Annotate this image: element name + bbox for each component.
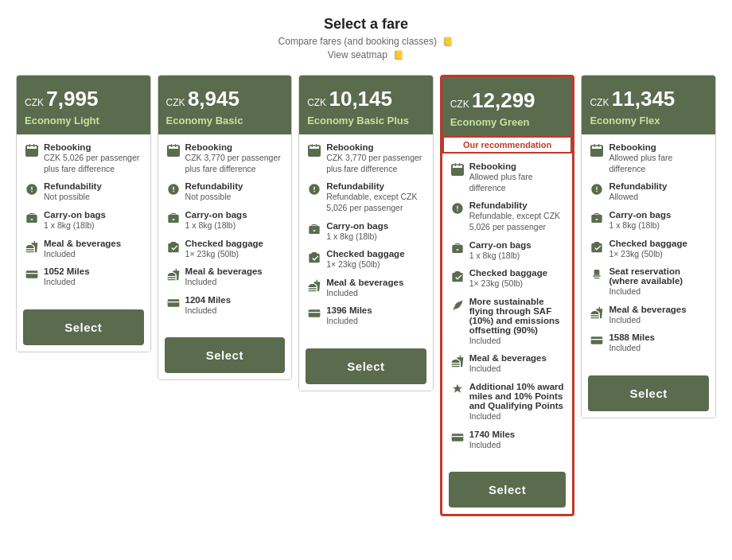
feature-item-economy-basic-5: 1204 Miles Included	[166, 295, 284, 317]
feature-title-economy-light-3: Meal & beverages	[44, 239, 121, 248]
feature-desc-economy-basic-plus-4: Included	[326, 288, 403, 299]
compare-fares-link[interactable]: Compare fares (and booking classes) 📒	[16, 36, 716, 47]
card-header-economy-basic-plus: CZK 10,145 Economy Basic Plus	[299, 76, 433, 134]
feature-title-economy-basic-plus-3: Checked baggage	[326, 249, 404, 259]
feature-title-economy-basic-plus-2: Carry-on bags	[326, 221, 388, 231]
feature-desc-economy-light-1: Not possible	[44, 192, 102, 203]
feature-title-economy-basic-plus-1: Refundability	[326, 181, 425, 191]
card-currency-economy-flex: CZK 11,345	[590, 87, 707, 111]
feature-desc-economy-green-0: Allowed plus fare difference	[469, 172, 565, 193]
feature-item-economy-basic-3: Checked baggage 1× 23kg (50lb)	[166, 239, 284, 260]
card-currency-economy-light: CZK 7,995	[25, 87, 142, 111]
feature-desc-economy-flex-3: 1× 23kg (50lb)	[609, 249, 687, 260]
feature-text-economy-green-4: More sustainable flying through SAF (10%…	[469, 297, 565, 347]
miles-icon	[450, 430, 465, 445]
feature-title-economy-light-0: Rebooking	[44, 142, 142, 152]
feature-item-economy-green-7: 1740 Miles Included	[450, 430, 565, 451]
view-seatmap-link[interactable]: View seatmap 📒	[16, 49, 716, 60]
carryon-icon	[307, 222, 321, 236]
feature-title-economy-green-4: More sustainable flying through SAF (10%…	[469, 297, 565, 335]
meal-icon	[590, 305, 604, 320]
card-header-economy-light: CZK 7,995 Economy Light	[17, 76, 150, 134]
feature-desc-economy-light-0: CZK 5,026 per passenger plus fare differ…	[44, 153, 142, 174]
meal-icon	[25, 239, 39, 254]
feature-text-economy-light-2: Carry-on bags 1 x 8kg (18lb)	[44, 210, 106, 231]
feature-item-economy-basic-1: Refundability Not possible	[166, 181, 284, 203]
feature-text-economy-basic-plus-5: 1396 Miles Included	[326, 305, 372, 327]
card-header-economy-flex: CZK 11,345 Economy Flex	[582, 76, 715, 134]
feature-text-economy-green-1: Refundability Refundable, except CZK 5,0…	[469, 200, 565, 232]
card-fare-name-economy-basic: Economy Basic	[166, 115, 284, 126]
feature-title-economy-green-1: Refundability	[469, 200, 565, 210]
card-footer-economy-flex: Select	[582, 369, 715, 418]
card-fare-name-economy-light: Economy Light	[25, 115, 142, 126]
seatmap-icon: 📒	[393, 50, 404, 60]
feature-title-economy-basic-plus-5: 1396 Miles	[326, 305, 372, 315]
checked-icon	[166, 239, 181, 254]
feature-item-economy-flex-5: Meal & beverages Included	[590, 305, 707, 326]
svg-rect-1	[167, 299, 179, 306]
card-footer-economy-light: Select	[17, 303, 150, 352]
feature-text-economy-light-0: Rebooking CZK 5,026 per passenger plus f…	[44, 142, 142, 174]
feature-item-economy-basic-4: Meal & beverages Included	[166, 266, 284, 288]
feature-title-economy-basic-0: Rebooking	[185, 142, 284, 152]
card-body-economy-light: Rebooking CZK 5,026 per passenger plus f…	[17, 134, 150, 303]
page-header: Select a fare Compare fares (and booking…	[16, 16, 716, 60]
feature-text-economy-flex-1: Refundability Allowed	[609, 181, 667, 203]
rebook-icon	[25, 143, 39, 158]
feature-desc-economy-basic-5: Included	[185, 305, 232, 317]
feature-item-economy-flex-2: Carry-on bags 1 x 8kg (18lb)	[590, 210, 707, 231]
feature-text-economy-basic-5: 1204 Miles Included	[185, 295, 232, 317]
feature-title-economy-light-4: 1052 Miles	[44, 266, 90, 276]
refund-icon	[307, 182, 321, 196]
feature-desc-economy-green-6: Included	[469, 411, 565, 422]
feature-text-economy-green-5: Meal & beverages Included	[469, 353, 547, 375]
feature-item-economy-green-6: Additional 10% award miles and 10% Point…	[450, 382, 565, 422]
feature-desc-economy-light-3: Included	[44, 249, 121, 260]
feature-item-economy-flex-3: Checked baggage 1× 23kg (50lb)	[590, 239, 707, 260]
feature-text-economy-basic-plus-1: Refundability Refundable, except CZK 5,0…	[326, 181, 425, 213]
feature-item-economy-basic-plus-1: Refundability Refundable, except CZK 5,0…	[307, 181, 425, 213]
svg-rect-4	[591, 337, 603, 344]
award-icon	[450, 383, 465, 397]
feature-desc-economy-basic-plus-2: 1 x 8kg (18lb)	[326, 231, 388, 243]
fare-card-economy-basic: CZK 8,945 Economy Basic Rebooking CZK 3,…	[158, 75, 293, 380]
meal-icon	[450, 354, 465, 368]
feature-text-economy-flex-0: Rebooking Allowed plus fare difference	[609, 142, 707, 174]
feature-item-economy-light-1: Refundability Not possible	[25, 181, 142, 203]
feature-desc-economy-basic-plus-1: Refundable, except CZK 5,026 per passeng…	[326, 192, 425, 213]
feature-item-economy-light-0: Rebooking CZK 5,026 per passenger plus f…	[25, 142, 142, 174]
feature-desc-economy-green-7: Included	[469, 440, 516, 451]
feature-item-economy-flex-0: Rebooking Allowed plus fare difference	[590, 142, 707, 174]
card-footer-economy-green: Select	[442, 465, 573, 514]
card-price-economy-flex: 11,345	[612, 87, 676, 111]
feature-item-economy-green-5: Meal & beverages Included	[450, 353, 565, 375]
feature-item-economy-green-1: Refundability Refundable, except CZK 5,0…	[450, 200, 565, 232]
feature-text-economy-basic-2: Carry-on bags 1 x 8kg (18lb)	[185, 210, 247, 231]
feature-text-economy-basic-4: Meal & beverages Included	[185, 266, 263, 288]
rebook-icon	[307, 143, 321, 158]
feature-desc-economy-light-4: Included	[44, 277, 90, 288]
select-button-economy-green[interactable]: Select	[449, 472, 567, 508]
carryon-icon	[450, 241, 465, 255]
select-button-economy-flex[interactable]: Select	[588, 375, 709, 411]
card-body-economy-basic-plus: Rebooking CZK 3,770 per passenger plus f…	[299, 134, 433, 342]
feature-title-economy-light-2: Carry-on bags	[44, 210, 106, 220]
feature-text-economy-basic-plus-2: Carry-on bags 1 x 8kg (18lb)	[326, 221, 388, 243]
card-body-economy-green: Rebooking Allowed plus fare difference R…	[442, 154, 573, 465]
select-button-economy-basic[interactable]: Select	[165, 337, 286, 373]
select-button-economy-basic-plus[interactable]: Select	[306, 348, 426, 384]
feature-title-economy-green-5: Meal & beverages	[469, 353, 547, 363]
card-currency-economy-basic: CZK 8,945	[166, 87, 284, 111]
feature-item-economy-flex-1: Refundability Allowed	[590, 181, 707, 203]
rebook-icon	[166, 143, 181, 158]
feature-title-economy-basic-plus-0: Rebooking	[326, 142, 425, 152]
fare-cards-container: CZK 7,995 Economy Light Rebooking CZK 5,…	[16, 75, 716, 516]
feature-title-economy-flex-4: Seat reservation (where available)	[609, 266, 707, 286]
select-button-economy-light[interactable]: Select	[23, 309, 144, 345]
feature-item-economy-flex-4: Seat reservation (where available) Inclu…	[590, 266, 707, 298]
feature-item-economy-basic-0: Rebooking CZK 3,770 per passenger plus f…	[166, 142, 284, 174]
fare-card-economy-basic-plus: CZK 10,145 Economy Basic Plus Rebooking …	[298, 75, 434, 391]
miles-icon	[590, 333, 604, 348]
feature-item-economy-basic-plus-4: Meal & beverages Included	[307, 278, 425, 299]
